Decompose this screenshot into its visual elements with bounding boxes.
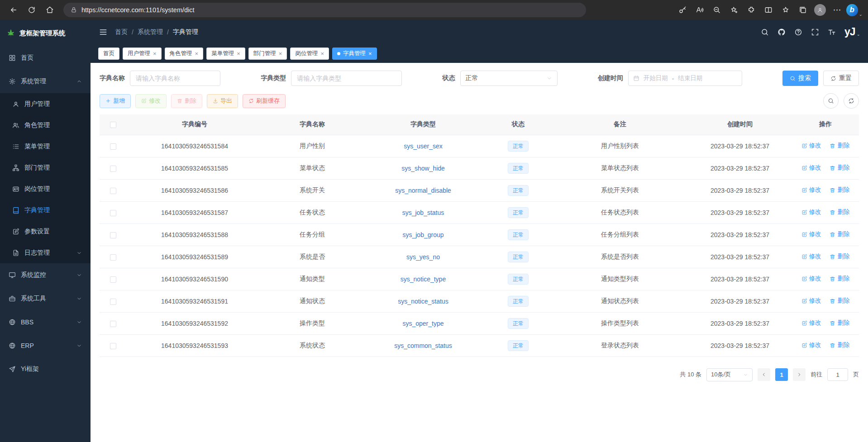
close-icon[interactable]: × bbox=[237, 51, 240, 57]
delete-button[interactable]: 删除 bbox=[171, 94, 202, 108]
fullscreen-icon[interactable] bbox=[811, 28, 819, 36]
row-edit-button[interactable]: 修改 bbox=[801, 341, 821, 349]
row-checkbox[interactable] bbox=[110, 232, 116, 238]
row-delete-button[interactable]: 删除 bbox=[830, 142, 849, 150]
sidebar-item-yi-framework[interactable]: Yi框架 bbox=[0, 357, 91, 381]
sidebar-item-users[interactable]: 用户管理 bbox=[0, 93, 91, 114]
dict-type-input[interactable] bbox=[291, 71, 402, 86]
dict-type-link[interactable]: sys_common_status bbox=[394, 342, 452, 349]
row-checkbox[interactable] bbox=[110, 299, 116, 305]
row-delete-button[interactable]: 删除 bbox=[830, 319, 849, 327]
font-size-icon[interactable] bbox=[828, 28, 836, 36]
row-delete-button[interactable]: 删除 bbox=[830, 341, 849, 349]
search-icon[interactable] bbox=[761, 28, 769, 36]
export-button[interactable]: 导出 bbox=[207, 94, 238, 108]
sidebar-item-logs[interactable]: 日志管理 bbox=[0, 242, 91, 263]
dict-type-link[interactable]: sys_job_group bbox=[402, 231, 444, 238]
prev-page-button[interactable] bbox=[758, 368, 770, 381]
row-delete-button[interactable]: 删除 bbox=[830, 208, 849, 216]
sidebar-item-menus[interactable]: 菜单管理 bbox=[0, 136, 91, 157]
favorites-button[interactable] bbox=[777, 2, 794, 18]
address-bar[interactable]: https://ccnetcore.com:1101/system/dict bbox=[63, 3, 586, 17]
row-edit-button[interactable]: 修改 bbox=[801, 142, 821, 150]
row-edit-button[interactable]: 修改 bbox=[801, 186, 821, 194]
status-select[interactable]: 正常 bbox=[460, 71, 558, 86]
row-delete-button[interactable]: 删除 bbox=[830, 275, 849, 283]
row-edit-button[interactable]: 修改 bbox=[801, 230, 821, 238]
refresh-button[interactable] bbox=[24, 2, 40, 18]
row-checkbox[interactable] bbox=[110, 143, 116, 150]
close-icon[interactable]: × bbox=[320, 51, 324, 57]
password-button[interactable] bbox=[674, 2, 691, 18]
row-edit-button[interactable]: 修改 bbox=[801, 252, 821, 261]
settings-more-button[interactable]: ⋯ bbox=[829, 2, 845, 18]
breadcrumb-system[interactable]: 系统管理 bbox=[138, 28, 163, 36]
close-icon[interactable]: × bbox=[195, 51, 199, 57]
sidebar-item-dictionary[interactable]: 字典管理 bbox=[0, 200, 91, 221]
dict-type-link[interactable]: sys_user_sex bbox=[404, 143, 443, 150]
sidebar-item-departments[interactable]: 部门管理 bbox=[0, 157, 91, 178]
row-checkbox[interactable] bbox=[110, 188, 116, 194]
tab-dictionary[interactable]: 字典管理 × bbox=[332, 48, 377, 60]
user-logo[interactable]: yJ ⌄ bbox=[844, 27, 860, 37]
sidebar-item-monitor[interactable]: 系统监控 bbox=[0, 263, 91, 287]
row-delete-button[interactable]: 删除 bbox=[830, 164, 849, 172]
tab-departments[interactable]: 部门管理 × bbox=[248, 48, 287, 60]
sidebar-item-system[interactable]: 系统管理 bbox=[0, 70, 91, 93]
sidebar-item-roles[interactable]: 角色管理 bbox=[0, 114, 91, 136]
sidebar-item-tools[interactable]: 系统工具 bbox=[0, 287, 91, 310]
tab-home[interactable]: 首页 bbox=[98, 48, 119, 60]
sidebar-item-parameters[interactable]: 参数设置 bbox=[0, 221, 91, 242]
row-edit-button[interactable]: 修改 bbox=[801, 208, 821, 216]
extensions-button[interactable] bbox=[743, 2, 759, 18]
select-all-checkbox[interactable] bbox=[110, 122, 116, 128]
home-button[interactable] bbox=[42, 2, 58, 18]
row-delete-button[interactable]: 删除 bbox=[830, 252, 849, 261]
reset-button[interactable]: 重置 bbox=[823, 71, 859, 86]
row-checkbox[interactable] bbox=[110, 210, 116, 216]
add-favorite-button[interactable] bbox=[726, 2, 742, 18]
row-checkbox[interactable] bbox=[110, 343, 116, 349]
read-aloud-button[interactable] bbox=[692, 2, 708, 18]
tab-menus[interactable]: 菜单管理 × bbox=[206, 48, 245, 60]
current-page-button[interactable]: 1 bbox=[775, 368, 788, 381]
split-screen-button[interactable] bbox=[760, 2, 777, 18]
sidebar-item-erp[interactable]: ERP bbox=[0, 334, 91, 357]
row-delete-button[interactable]: 删除 bbox=[830, 230, 849, 238]
question-icon[interactable] bbox=[794, 28, 802, 36]
dict-name-input[interactable] bbox=[130, 71, 220, 86]
row-checkbox[interactable] bbox=[110, 254, 116, 261]
dict-type-link[interactable]: sys_notice_status bbox=[398, 298, 448, 305]
dict-type-link[interactable]: sys_job_status bbox=[402, 209, 444, 216]
date-range-picker[interactable]: 开始日期 - 结束日期 bbox=[628, 71, 742, 86]
collections-button[interactable] bbox=[795, 2, 811, 18]
dict-type-link[interactable]: sys_notice_type bbox=[401, 276, 446, 283]
dict-type-link[interactable]: sys_oper_type bbox=[402, 320, 444, 327]
dict-type-link[interactable]: sys_yes_no bbox=[406, 253, 440, 261]
tab-users[interactable]: 用户管理 × bbox=[123, 48, 162, 60]
tab-roles[interactable]: 角色管理 × bbox=[165, 48, 204, 60]
sidebar-item-bbs[interactable]: BBS bbox=[0, 310, 91, 334]
tab-positions[interactable]: 岗位管理 × bbox=[290, 48, 329, 60]
sidebar-item-home[interactable]: 首页 bbox=[0, 46, 91, 70]
github-icon[interactable] bbox=[777, 28, 786, 36]
toggle-search-button[interactable] bbox=[823, 93, 839, 109]
sidebar-item-positions[interactable]: 岗位管理 bbox=[0, 178, 91, 200]
row-checkbox[interactable] bbox=[110, 276, 116, 283]
edit-button[interactable]: 修改 bbox=[135, 94, 167, 108]
hamburger-icon[interactable] bbox=[99, 28, 108, 37]
refresh-cache-button[interactable]: 刷新缓存 bbox=[243, 94, 286, 108]
copilot-button[interactable]: b ⌄ bbox=[846, 2, 863, 18]
zoom-button[interactable] bbox=[709, 2, 725, 18]
goto-page-input[interactable] bbox=[827, 368, 848, 381]
search-button[interactable]: 搜索 bbox=[782, 71, 818, 86]
row-checkbox[interactable] bbox=[110, 321, 116, 327]
row-delete-button[interactable]: 删除 bbox=[830, 186, 849, 194]
refresh-table-button[interactable] bbox=[844, 93, 859, 109]
page-size-select[interactable]: 10条/页 bbox=[706, 368, 753, 381]
profile-button[interactable] bbox=[812, 2, 828, 18]
dict-type-link[interactable]: sys_show_hide bbox=[401, 165, 445, 172]
close-icon[interactable]: × bbox=[279, 51, 282, 57]
row-delete-button[interactable]: 删除 bbox=[830, 297, 849, 305]
close-icon[interactable]: × bbox=[368, 51, 372, 57]
